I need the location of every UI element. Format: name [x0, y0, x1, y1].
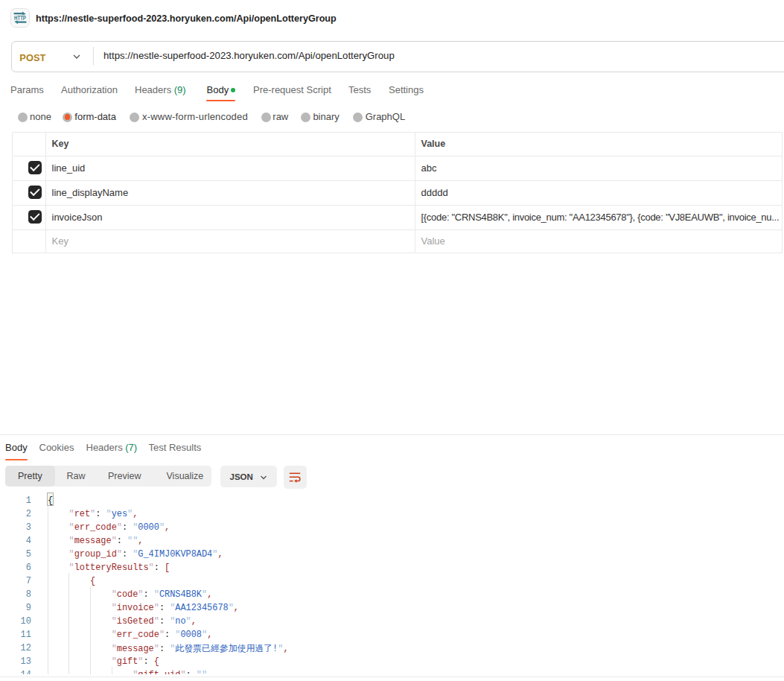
svg-text:HTTP: HTTP [14, 14, 26, 22]
